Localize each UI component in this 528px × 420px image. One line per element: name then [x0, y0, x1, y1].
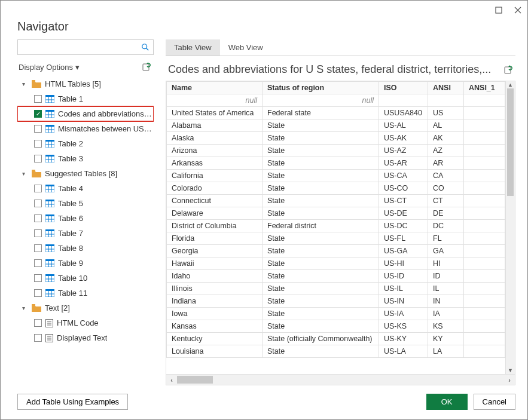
- scroll-up-icon[interactable]: ▲: [506, 81, 515, 88]
- vertical-scrollbar[interactable]: ▲ ▼: [505, 81, 515, 374]
- checkbox[interactable]: [34, 244, 42, 252]
- tree-item-table[interactable]: ✓Codes and abbreviations f...: [17, 106, 154, 121]
- tree-item-text[interactable]: Displayed Text: [17, 330, 154, 345]
- tree-item-label: Table 9: [58, 259, 83, 268]
- col-header-ansi[interactable]: ANSI: [428, 82, 464, 94]
- table-row[interactable]: FloridaStateUS-FLFL: [167, 232, 505, 245]
- table-row[interactable]: CaliforniaStateUS-CACA: [167, 170, 505, 182]
- table-row[interactable]: KansasStateUS-KSKS: [167, 320, 505, 333]
- checkbox[interactable]: [34, 95, 42, 103]
- table-icon: [45, 185, 54, 192]
- search-icon[interactable]: [141, 43, 149, 51]
- checkbox[interactable]: [34, 319, 42, 327]
- checkbox[interactable]: [34, 274, 42, 282]
- search-input[interactable]: [22, 42, 141, 53]
- tree-group-text[interactable]: ▾ Text [2]: [17, 301, 154, 315]
- tree-item-text[interactable]: HTML Code: [17, 315, 154, 330]
- cell-name: Kansas: [167, 320, 263, 333]
- tree-item-table[interactable]: Table 11: [17, 286, 154, 301]
- tree-item-table[interactable]: Table 1: [17, 91, 154, 106]
- ok-button[interactable]: OK: [426, 394, 468, 410]
- checkbox[interactable]: [34, 125, 42, 133]
- col-header-ansi1[interactable]: ANSI_1: [464, 82, 505, 94]
- cell-iso: US-AZ: [379, 145, 428, 157]
- checkbox[interactable]: [34, 214, 42, 222]
- tree-item-table[interactable]: Table 5: [17, 196, 154, 211]
- checkbox[interactable]: [34, 229, 42, 237]
- refresh-preview-icon[interactable]: [503, 65, 513, 75]
- display-options-dropdown[interactable]: Display Options ▾: [19, 63, 80, 72]
- scroll-thumb[interactable]: [507, 88, 514, 196]
- filter-ansi1[interactable]: [464, 94, 505, 107]
- table-row[interactable]: HawaiiStateUS-HIHI: [167, 257, 505, 270]
- cell-iso: US-AL: [379, 119, 428, 132]
- close-icon[interactable]: [513, 5, 523, 15]
- table-row[interactable]: IllinoisStateUS-ILIL: [167, 283, 505, 295]
- table-row[interactable]: District of ColumbiaFederal districtUS-D…: [167, 220, 505, 232]
- table-row[interactable]: AlaskaStateUS-AKAK: [167, 132, 505, 145]
- tree-item-label: Displayed Text: [57, 333, 107, 342]
- tree-item-label: Table 3: [58, 154, 83, 163]
- table-row[interactable]: ArkansasStateUS-ARAR: [167, 157, 505, 170]
- refresh-icon[interactable]: [142, 62, 151, 72]
- horizontal-scrollbar[interactable]: ‹ ›: [166, 375, 515, 385]
- tree-item-table[interactable]: Table 6: [17, 211, 154, 226]
- scroll-right-icon[interactable]: ›: [504, 376, 515, 384]
- checkbox[interactable]: [34, 334, 42, 342]
- checkbox[interactable]: [34, 200, 42, 207]
- cell-status: State: [263, 195, 379, 207]
- checkbox[interactable]: [34, 185, 42, 192]
- tree-group-html-tables[interactable]: ▾ HTML Tables [5]: [17, 76, 154, 91]
- filter-name[interactable]: null: [167, 94, 263, 107]
- tree-item-table[interactable]: Table 3: [17, 151, 154, 166]
- tab-web-view[interactable]: Web View: [220, 39, 271, 56]
- checkbox[interactable]: [34, 140, 42, 148]
- checkbox[interactable]: [34, 259, 42, 267]
- tree-item-table[interactable]: Mismatches between USP...: [17, 121, 154, 136]
- checkbox[interactable]: ✓: [34, 110, 42, 118]
- cancel-button[interactable]: Cancel: [474, 394, 515, 410]
- tab-table-view[interactable]: Table View: [166, 39, 220, 56]
- checkbox[interactable]: [34, 289, 42, 297]
- col-header-status[interactable]: Status of region: [263, 82, 379, 94]
- maximize-icon[interactable]: [494, 5, 503, 15]
- col-header-iso[interactable]: ISO: [379, 82, 428, 94]
- table-row[interactable]: United States of AmericaFederal stateUSU…: [167, 107, 505, 119]
- table-row[interactable]: IdahoStateUS-IDID: [167, 270, 505, 283]
- tree-group-suggested[interactable]: ▾ Suggested Tables [8]: [17, 166, 154, 181]
- svg-rect-46: [45, 229, 54, 231]
- search-box[interactable]: [17, 39, 154, 55]
- table-row[interactable]: AlabamaStateUS-ALAL: [167, 119, 505, 132]
- tree-item-table[interactable]: Table 2: [17, 136, 154, 151]
- svg-rect-31: [45, 185, 54, 186]
- table-row[interactable]: ConnecticutStateUS-CTCT: [167, 195, 505, 207]
- add-table-examples-button[interactable]: Add Table Using Examples: [17, 394, 128, 410]
- tree-item-table[interactable]: Table 4: [17, 181, 154, 196]
- table-row[interactable]: DelawareStateUS-DEDE: [167, 207, 505, 220]
- table-row[interactable]: LouisianaStateUS-LALA: [167, 345, 505, 358]
- checkbox[interactable]: [34, 155, 42, 163]
- tree-item-table[interactable]: Table 9: [17, 256, 154, 271]
- filter-iso[interactable]: [379, 94, 428, 107]
- scroll-left-icon[interactable]: ‹: [166, 376, 177, 384]
- cell-status: State: [263, 320, 379, 333]
- table-row[interactable]: GeorgiaStateUS-GAGA: [167, 245, 505, 257]
- col-header-name[interactable]: Name: [167, 82, 263, 94]
- filter-ansi[interactable]: [428, 94, 464, 107]
- filter-status[interactable]: null: [263, 94, 379, 107]
- cell-ansi1: [464, 107, 505, 119]
- filter-row: null null: [167, 94, 505, 107]
- table-row[interactable]: IndianaStateUS-ININ: [167, 295, 505, 308]
- table-row[interactable]: ColoradoStateUS-COCO: [167, 182, 505, 195]
- cell-ansi1: [464, 232, 505, 245]
- cell-ansi: CA: [428, 170, 464, 182]
- scroll-down-icon[interactable]: ▼: [506, 367, 515, 374]
- hscroll-thumb[interactable]: [177, 376, 213, 384]
- table-row[interactable]: IowaStateUS-IAIA: [167, 308, 505, 320]
- svg-rect-36: [45, 200, 54, 201]
- table-row[interactable]: KentuckyState (officially Commonwealth)U…: [167, 333, 505, 345]
- table-row[interactable]: ArizonaStateUS-AZAZ: [167, 145, 505, 157]
- tree-item-table[interactable]: Table 10: [17, 271, 154, 286]
- tree-item-table[interactable]: Table 8: [17, 241, 154, 256]
- tree-item-table[interactable]: Table 7: [17, 226, 154, 241]
